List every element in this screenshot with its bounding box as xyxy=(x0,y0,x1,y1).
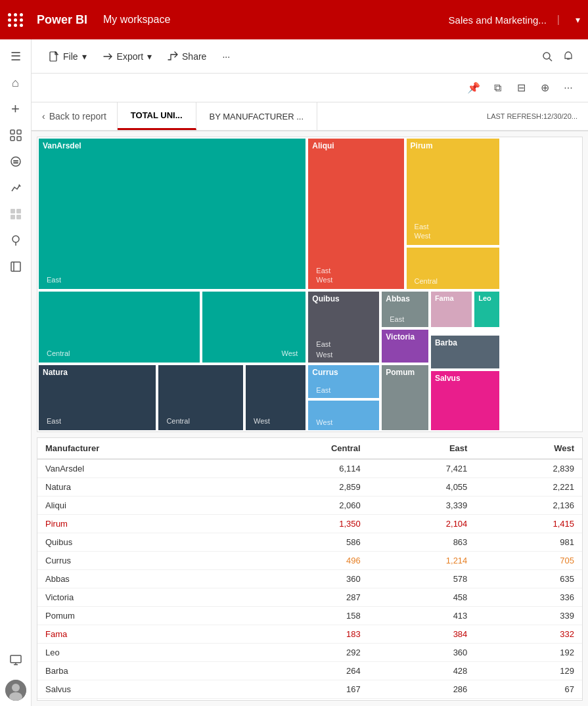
more-visual-icon[interactable]: ··· xyxy=(559,79,577,97)
treemap-cell-currus-w[interactable]: West xyxy=(307,399,380,431)
cell-manufacturer: Pirum xyxy=(37,515,238,533)
cell-central: 586 xyxy=(238,533,369,552)
svg-line-23 xyxy=(549,58,552,61)
treemap-cell-currus[interactable]: Currus East xyxy=(307,364,380,399)
main-toolbar: File ▾ Export ▾ Share ··· xyxy=(32,39,588,74)
treemap-cell-quibus[interactable]: Quibus East West xyxy=(307,290,380,364)
cell-west: 635 xyxy=(475,570,582,588)
search-icon[interactable] xyxy=(538,47,556,66)
cell-east: 4,055 xyxy=(369,478,476,496)
cell-east: 170 xyxy=(369,699,476,701)
cell-central: 1,350 xyxy=(238,515,369,533)
cell-east: 384 xyxy=(369,625,476,644)
treemap-cell-salvus[interactable]: Salvus xyxy=(430,370,501,431)
title-divider: | xyxy=(557,14,560,26)
cell-west: 67 xyxy=(475,680,582,699)
workspace-label[interactable]: My workspace xyxy=(103,14,170,26)
treemap-cell-natura[interactable]: Natura East xyxy=(37,364,157,431)
treemap-cell-barba[interactable]: Barba xyxy=(430,334,501,370)
cell-east: 286 xyxy=(369,680,476,699)
monitor-icon[interactable] xyxy=(4,648,28,672)
treemap-cell-vanarsdel-br[interactable]: West xyxy=(201,290,307,364)
user-avatar[interactable] xyxy=(5,680,26,701)
data-table: Manufacturer Central East West VanArsdel… xyxy=(37,438,582,701)
browse-icon[interactable] xyxy=(4,123,28,147)
svg-point-12 xyxy=(12,236,19,242)
cell-east: 863 xyxy=(369,533,476,552)
tab-total-units[interactable]: TOTAL UNI... xyxy=(118,102,196,130)
cell-east: 1,214 xyxy=(369,552,476,570)
treemap: VanArsdel East Central West Natura East xyxy=(37,137,582,431)
svg-rect-9 xyxy=(16,209,21,213)
tab-bar: ‹ Back to report TOTAL UNI... BY MANUFAC… xyxy=(32,102,588,131)
cell-manufacturer: Leo xyxy=(37,644,238,662)
cell-manufacturer: Quibus xyxy=(37,533,238,552)
cell-west: 2,839 xyxy=(475,459,582,478)
filter-icon[interactable]: ⊟ xyxy=(512,79,530,97)
table-row: Barba 264 428 129 xyxy=(37,662,582,680)
cell-east: 578 xyxy=(369,570,476,588)
sidebar: ☰ ⌂ + xyxy=(0,39,32,706)
cell-east: 360 xyxy=(369,644,476,662)
treemap-cell-pirum[interactable]: Pirum East West xyxy=(405,137,501,246)
table-row: Abbas 360 578 635 xyxy=(37,570,582,588)
cell-manufacturer: Natura xyxy=(37,478,238,496)
svg-marker-7 xyxy=(18,184,21,187)
cell-east: 2,104 xyxy=(369,515,476,533)
last-refresh-label: LAST REFRESH:12/30/20... xyxy=(476,102,588,130)
cell-central: 154 xyxy=(238,699,369,701)
tab-by-manufacturer[interactable]: BY MANUFACTURER ... xyxy=(196,102,318,130)
cell-west: 1,415 xyxy=(475,515,582,533)
svg-rect-15 xyxy=(11,655,21,663)
table-header-row: Manufacturer Central East West xyxy=(37,438,582,459)
cell-west: 2,136 xyxy=(475,496,582,515)
svg-point-19 xyxy=(12,684,20,692)
treemap-cell-fama[interactable]: Fama xyxy=(430,290,473,328)
app-launcher-icon[interactable] xyxy=(8,13,24,27)
book-icon[interactable] xyxy=(4,255,28,278)
treemap-cell-aliqui[interactable]: Aliqui East West xyxy=(307,137,405,290)
table-row: Natura 2,859 4,055 2,221 xyxy=(37,478,582,496)
title-dropdown-chevron[interactable]: ▾ xyxy=(576,14,580,25)
treemap-cell-natura-w[interactable]: West xyxy=(244,364,307,431)
treemap-visual[interactable]: VanArsdel East Central West Natura East xyxy=(37,137,583,432)
table-row: Victoria 287 458 336 xyxy=(37,588,582,607)
copy-icon[interactable]: ⧉ xyxy=(488,79,507,97)
cell-east: 428 xyxy=(369,662,476,680)
focus-mode-icon[interactable]: ⊕ xyxy=(535,79,554,97)
treemap-cell-pirum-c[interactable]: Central xyxy=(405,246,501,290)
data-hub-icon[interactable] xyxy=(4,150,28,173)
cell-central: 183 xyxy=(238,625,369,644)
pin-icon[interactable]: 📌 xyxy=(464,79,483,97)
treemap-cell-pomum[interactable]: Pomum xyxy=(380,364,430,431)
table-row: VanArsdel 6,114 7,421 2,839 xyxy=(37,459,582,478)
treemap-cell-victoria[interactable]: Victoria xyxy=(380,328,430,364)
metrics-icon[interactable] xyxy=(4,176,28,200)
more-options-button[interactable]: ··· xyxy=(215,47,237,66)
treemap-cell-leo[interactable]: Leo xyxy=(473,290,500,328)
svg-rect-1 xyxy=(17,130,21,134)
cell-central: 2,060 xyxy=(238,496,369,515)
create-icon[interactable]: + xyxy=(4,97,28,121)
file-button[interactable]: File ▾ xyxy=(42,47,93,66)
treemap-cell-natura-c[interactable]: Central xyxy=(157,364,244,431)
apps-icon[interactable] xyxy=(4,202,28,226)
cell-east: 3,339 xyxy=(369,496,476,515)
learn-icon[interactable] xyxy=(4,229,28,252)
share-button[interactable]: Share xyxy=(161,47,213,66)
home-icon[interactable]: ⌂ xyxy=(4,71,28,95)
cell-manufacturer: Abbas xyxy=(37,570,238,588)
table-row: Pomum 158 413 339 xyxy=(37,607,582,625)
back-to-report-button[interactable]: ‹ Back to report xyxy=(32,102,118,130)
treemap-cell-abbas[interactable]: Abbas East xyxy=(380,290,430,328)
treemap-cell-vanarsdel-bottom[interactable]: Central xyxy=(37,290,201,364)
hamburger-menu-icon[interactable]: ☰ xyxy=(4,45,28,68)
cell-central: 496 xyxy=(238,552,369,570)
svg-rect-3 xyxy=(17,137,21,141)
treemap-cell-vanarsdel[interactable]: VanArsdel East xyxy=(37,137,307,290)
notifications-icon[interactable] xyxy=(559,47,577,66)
app-layout: ☰ ⌂ + File xyxy=(0,39,588,706)
svg-point-22 xyxy=(543,53,550,59)
table-row: Currus 496 1,214 705 xyxy=(37,552,582,570)
export-button[interactable]: Export ▾ xyxy=(96,47,158,66)
